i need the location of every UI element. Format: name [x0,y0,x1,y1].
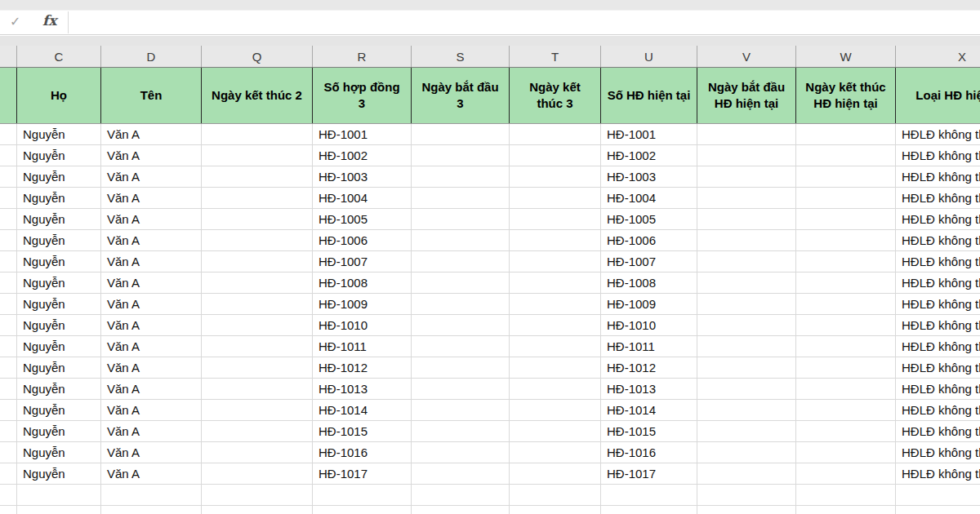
cell-Q-10[interactable] [202,315,313,335]
cell-edge-14[interactable] [0,400,17,420]
header-cell-so_hop_dong_3[interactable]: Số hợp đồng 3 [313,68,412,123]
cell-V-4[interactable] [697,188,796,208]
cell-C-15[interactable]: Nguyễn [17,421,101,441]
cell-S-13[interactable] [412,379,510,399]
cell-D-1[interactable]: Văn A [101,124,202,144]
cell-R-10[interactable]: HĐ-1010 [313,315,412,335]
header-cell-edge[interactable] [0,68,17,123]
cell-S-18[interactable] [412,485,510,505]
cell-U-6[interactable]: HĐ-1006 [601,230,697,250]
column-letter-C[interactable]: C [17,46,101,67]
cell-T-1[interactable] [510,124,601,144]
cell-W-5[interactable] [796,209,896,229]
cell-T-10[interactable] [510,315,601,335]
cell-T-8[interactable] [510,273,601,293]
cell-Q-16[interactable] [202,442,313,463]
cell-S-11[interactable] [412,336,510,357]
cell-R-19[interactable] [313,506,412,514]
cell-R-18[interactable] [313,485,412,505]
cell-Q-2[interactable] [202,145,313,166]
cell-C-6[interactable]: Nguyễn [17,230,101,250]
column-letter-D[interactable]: D [101,46,202,67]
cell-Q-9[interactable] [202,294,313,314]
cell-S-1[interactable] [412,124,510,144]
cell-D-5[interactable]: Văn A [101,209,202,229]
cell-V-1[interactable] [697,124,796,144]
cell-W-6[interactable] [796,230,896,250]
cell-R-11[interactable]: HĐ-1011 [313,336,412,357]
cell-T-9[interactable] [510,294,601,314]
cell-S-15[interactable] [412,421,510,441]
column-letter-V[interactable]: V [697,46,796,67]
cell-T-3[interactable] [510,166,601,187]
header-cell-ngay_ket_thuc_3[interactable]: Ngày kết thúc 3 [510,68,601,123]
column-letter-X[interactable]: X [896,46,980,67]
cell-R-12[interactable]: HĐ-1012 [313,357,412,378]
header-cell-ngay_bat_dau_hd_hien_tai[interactable]: Ngày bắt đầu HĐ hiện tại [697,68,796,123]
cell-W-2[interactable] [796,145,896,166]
cell-C-4[interactable]: Nguyễn [17,188,101,208]
cell-edge-11[interactable] [0,336,17,357]
cell-C-17[interactable]: Nguyễn [17,463,101,484]
cell-R-8[interactable]: HĐ-1008 [313,273,412,293]
cell-Q-11[interactable] [202,336,313,357]
cell-W-18[interactable] [796,485,896,505]
cell-X-1[interactable]: HĐLĐ không thời hạn [896,124,980,144]
cell-T-15[interactable] [510,421,601,441]
cell-R-17[interactable]: HĐ-1017 [313,463,412,484]
cell-S-12[interactable] [412,357,510,378]
column-letter-W[interactable]: W [796,46,896,67]
cell-edge-2[interactable] [0,145,17,166]
cell-T-4[interactable] [510,188,601,208]
cell-C-10[interactable]: Nguyễn [17,315,101,335]
cell-edge-16[interactable] [0,442,17,463]
cell-S-6[interactable] [412,230,510,250]
cell-edge-8[interactable] [0,273,17,293]
formula-input[interactable] [74,11,980,34]
header-cell-loai_hd_hien_tai[interactable]: Loại HĐ hiện tại [896,68,980,123]
cell-S-19[interactable] [412,506,510,514]
cell-D-11[interactable]: Văn A [101,336,202,357]
cell-V-6[interactable] [697,230,796,250]
cell-S-3[interactable] [412,166,510,187]
cell-W-14[interactable] [796,400,896,420]
cell-C-13[interactable]: Nguyễn [17,379,101,399]
cell-U-15[interactable]: HĐ-1015 [601,421,697,441]
cell-D-15[interactable]: Văn A [101,421,202,441]
cell-V-10[interactable] [697,315,796,335]
cell-X-4[interactable]: HĐLĐ không thời hạn [896,188,980,208]
cell-C-14[interactable]: Nguyễn [17,400,101,420]
cell-X-11[interactable]: HĐLĐ không thời hạn [896,336,980,357]
cell-edge-15[interactable] [0,421,17,441]
cell-R-14[interactable]: HĐ-1014 [313,400,412,420]
cell-R-1[interactable]: HĐ-1001 [313,124,412,144]
cell-W-10[interactable] [796,315,896,335]
cell-edge-19[interactable] [0,506,17,514]
cell-U-2[interactable]: HĐ-1002 [601,145,697,166]
cell-Q-6[interactable] [202,230,313,250]
cell-X-3[interactable]: HĐLĐ không thời hạn [896,166,980,187]
cell-Q-12[interactable] [202,357,313,378]
cell-T-19[interactable] [510,506,601,514]
cell-C-5[interactable]: Nguyễn [17,209,101,229]
cell-U-8[interactable]: HĐ-1008 [601,273,697,293]
cell-R-3[interactable]: HĐ-1003 [313,166,412,187]
cell-C-1[interactable]: Nguyễn [17,124,101,144]
cell-T-13[interactable] [510,379,601,399]
cell-X-2[interactable]: HĐLĐ không thời hạn [896,145,980,166]
column-letter-R[interactable]: R [313,46,412,67]
cell-D-6[interactable]: Văn A [101,230,202,250]
cell-T-11[interactable] [510,336,601,357]
cell-D-13[interactable]: Văn A [101,379,202,399]
cell-R-6[interactable]: HĐ-1006 [313,230,412,250]
cell-W-7[interactable] [796,251,896,272]
cell-V-14[interactable] [697,400,796,420]
cell-C-11[interactable]: Nguyễn [17,336,101,357]
cell-edge-10[interactable] [0,315,17,335]
cell-D-12[interactable]: Văn A [101,357,202,378]
header-cell-ten[interactable]: Tên [101,68,202,123]
cell-edge-4[interactable] [0,188,17,208]
cell-Q-19[interactable] [202,506,313,514]
cell-S-9[interactable] [412,294,510,314]
header-cell-ngay_ket_thuc_2[interactable]: Ngày kết thúc 2 [202,68,313,123]
